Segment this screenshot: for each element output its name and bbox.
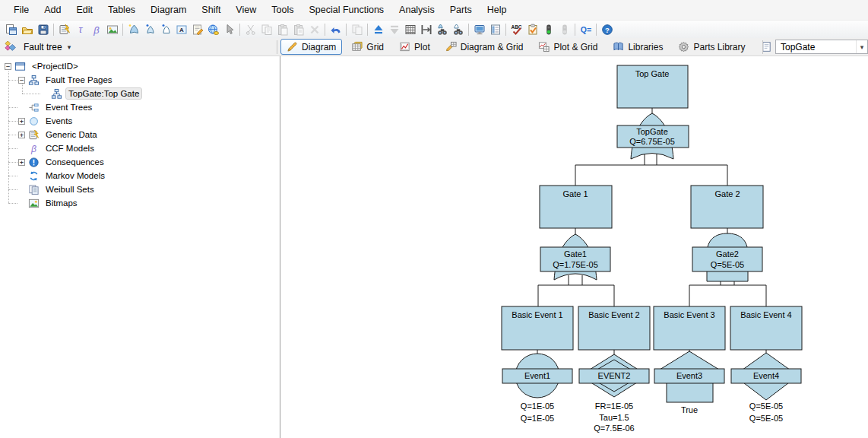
tab-plot[interactable]: Plot [393, 39, 436, 55]
tree-expander-plus[interactable]: + [18, 118, 25, 125]
menu-edit[interactable]: Edit [68, 0, 100, 20]
svg-text:Q=5E-05: Q=5E-05 [749, 414, 783, 423]
add-event-plus-button[interactable] [157, 21, 173, 37]
fault-tree-page-icon [51, 88, 62, 100]
diagram-canvas[interactable]: Top Gate TopGate Q=6.75E-05 Gate 1 Gate1… [280, 56, 868, 438]
module-selector[interactable]: Fault tree ▾ [0, 41, 275, 52]
tree-guide-stub [8, 203, 17, 204]
node-gate1-or-gate[interactable]: Gate1 Q=1.75E-05 [540, 234, 610, 280]
tree-item-label: CCF Models [43, 143, 97, 154]
find-event-button[interactable] [450, 21, 466, 37]
svg-text:Q=1.75E-05: Q=1.75E-05 [553, 260, 598, 269]
insert-image-button[interactable] [104, 21, 120, 37]
tree-item-ccf-models[interactable]: βCCF Models [0, 141, 280, 155]
menu-analysis[interactable]: Analysis [391, 0, 442, 20]
save-button[interactable] [35, 21, 51, 37]
open-folder-button[interactable] [19, 21, 35, 37]
menu-shift[interactable]: Shift [194, 0, 228, 20]
tab-label: Libraries [628, 42, 663, 52]
node-event2-double-diamond[interactable]: EVENT2 FR=1E-05 Tau=1.5 Q=7.5E-06 [579, 354, 649, 433]
tree-item-events[interactable]: +Events [0, 114, 280, 128]
node-event4-diamond[interactable]: Event4 Q=5E-05 Q=5E-05 [731, 353, 801, 423]
tab-libraries[interactable]: Libraries [607, 39, 669, 55]
q-equals-button[interactable]: Q= [578, 21, 594, 37]
node-gate1-box[interactable]: Gate 1 [540, 186, 612, 228]
add-gate-button[interactable] [125, 21, 141, 37]
text-box-button[interactable]: A [173, 21, 189, 37]
menu-tools[interactable]: Tools [264, 0, 301, 20]
find-gate-button[interactable] [434, 21, 450, 37]
pointer-icon [223, 24, 236, 36]
notes-button[interactable] [189, 21, 205, 37]
tree-item-consequences[interactable]: +Consequences [0, 155, 280, 169]
menu-tables[interactable]: Tables [100, 0, 143, 20]
undo-button[interactable] [328, 21, 344, 37]
node-event3-house[interactable]: Event3 True [654, 351, 724, 414]
beta-button[interactable]: β [88, 21, 104, 37]
tree-expander-minus[interactable]: − [18, 77, 25, 84]
menu-add[interactable]: Add [36, 0, 68, 20]
spellcheck-button[interactable]: ABC [508, 21, 524, 37]
menu-help[interactable]: Help [480, 0, 515, 20]
node-basic-event-2-box[interactable]: Basic Event 2 [578, 306, 650, 350]
status-green-button[interactable] [540, 21, 556, 37]
tau-button[interactable]: τ [72, 21, 88, 37]
menu-parts[interactable]: Parts [442, 0, 480, 20]
grid-icon [351, 41, 363, 52]
tree-item-projectid[interactable]: −<ProjectID> [0, 59, 280, 73]
menu-file[interactable]: File [6, 0, 36, 20]
tree-item-topgate-top-gate[interactable]: TopGate:Top Gate [0, 87, 280, 100]
node-gate2-and-gate[interactable]: Gate2 Q=5E-05 [692, 233, 762, 281]
tree-item-event-trees[interactable]: Event Trees [0, 100, 280, 114]
node-topgate-or-gate[interactable]: TopGate Q=6.75E-05 [617, 113, 689, 159]
tree-expander-minus[interactable]: − [5, 63, 11, 70]
tree-item-generic-data[interactable]: +Generic Data [0, 128, 280, 141]
tabbar-separator [277, 40, 277, 54]
node-basic-event-3-box[interactable]: Basic Event 3 [654, 306, 725, 350]
gate-select-combobox[interactable]: TopGate ▾ [775, 40, 868, 54]
tree-expander-plus[interactable]: + [18, 132, 25, 138]
add-gate-plus-button[interactable] [141, 21, 157, 37]
toolbar-separator [53, 24, 54, 36]
analysis-button[interactable] [471, 21, 487, 37]
node-event1-circle[interactable]: Event1 Q=1E-05 Q=1E-05 [502, 354, 572, 423]
node-top-gate-box[interactable]: Top Gate [617, 65, 688, 108]
node-gate2-box[interactable]: Gate 2 [691, 186, 763, 228]
svg-text:FR=1E-05: FR=1E-05 [595, 402, 633, 411]
table-grid-button[interactable] [402, 21, 418, 37]
table-grid-icon [404, 24, 417, 36]
tab-grid[interactable]: Grid [345, 39, 390, 55]
status-grey-icon [559, 24, 571, 36]
report-options-button[interactable] [487, 21, 503, 37]
tree-item-fault-tree-pages[interactable]: −Fault Tree Pages [0, 73, 280, 87]
fit-width-button[interactable] [418, 21, 434, 37]
analysis-icon [474, 24, 486, 36]
tab-plot-grid[interactable]: Plot & Grid [532, 39, 603, 55]
menu-view[interactable]: View [228, 0, 264, 20]
move-up-button[interactable] [370, 21, 386, 37]
tree-item-weibull-sets[interactable]: Weibull Sets [0, 182, 280, 196]
tree-guide-stub [22, 94, 40, 94]
tab-diagram[interactable]: Diagram [280, 39, 342, 55]
verify-button[interactable] [524, 21, 540, 37]
pointer-button[interactable] [221, 21, 237, 37]
tree-item-label: Generic Data [43, 129, 100, 140]
copy-page-button [349, 21, 365, 37]
tab-parts-library[interactable]: Parts Library [672, 39, 751, 55]
hyperlink-button[interactable] [205, 21, 221, 37]
tree-item-label: Weibull Sets [43, 184, 97, 195]
edit-tables-button[interactable] [56, 21, 72, 37]
tree-expander-plus[interactable]: + [18, 159, 25, 166]
menu-special-functions[interactable]: Special Functions [301, 0, 391, 20]
tabbar-separator-2 [762, 40, 763, 54]
tree-item-markov-models[interactable]: Markov Models [0, 169, 280, 182]
chevron-down-icon: ▾ [68, 43, 71, 51]
new-page-button[interactable] [3, 21, 19, 37]
toolbar-separator [325, 24, 325, 36]
tree-item-bitmaps[interactable]: Bitmaps [0, 196, 280, 210]
menu-diagram[interactable]: Diagram [143, 0, 194, 20]
node-basic-event-4-box[interactable]: Basic Event 4 [730, 306, 802, 350]
tab-diagram-grid[interactable]: Diagram & Grid [439, 39, 530, 55]
help-button[interactable]: ? [599, 21, 615, 37]
node-basic-event-1-box[interactable]: Basic Event 1 [502, 306, 573, 350]
